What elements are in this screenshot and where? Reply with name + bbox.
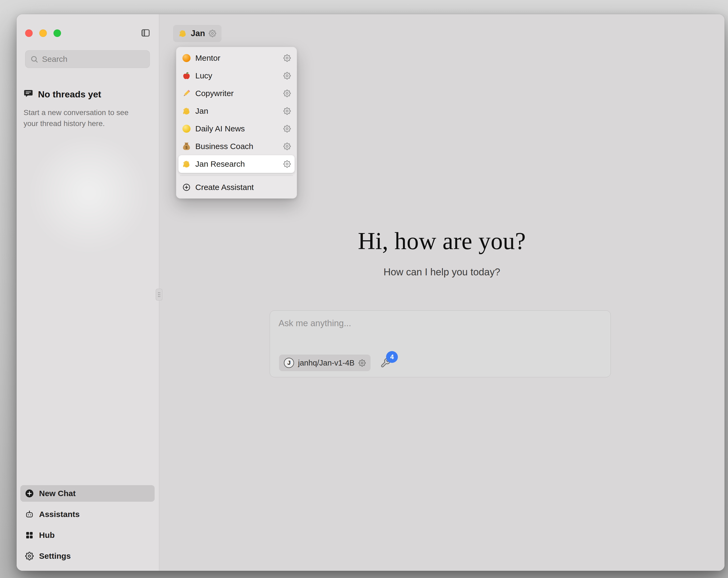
greeting-subtitle: How can I help you today? (159, 267, 725, 278)
pencil-emoji (182, 89, 191, 98)
sidebar-item-label: Assistants (39, 510, 80, 519)
menu-item-label: Jan (195, 106, 279, 116)
menu-item-label: Lucy (195, 71, 279, 80)
menu-item-label: Jan Research (195, 159, 279, 169)
chat-bubble-icon (24, 89, 33, 99)
empty-state-description: Start a new conversation to see your thr… (24, 107, 140, 129)
tools-button[interactable]: 4 (380, 357, 391, 369)
menu-item-copywriter[interactable]: Copywriter (179, 84, 294, 102)
menu-item-business-coach[interactable]: $ Business Coach (179, 137, 294, 155)
wave-hand-emoji (182, 160, 191, 168)
gear-icon[interactable] (283, 125, 291, 132)
close-window-button[interactable] (25, 29, 33, 37)
search-input[interactable] (42, 55, 145, 64)
menu-item-lucy[interactable]: Lucy (179, 67, 294, 84)
app-window: No threads yet Start a new conversation … (17, 14, 725, 571)
composer: J janhq/Jan-v1-4B 4 (270, 310, 611, 377)
gear-icon[interactable] (283, 90, 291, 97)
create-assistant-button[interactable]: Create Assistant (179, 178, 294, 196)
search-box[interactable] (25, 50, 150, 68)
assistant-selector[interactable]: Jan (173, 25, 222, 42)
model-settings-gear-icon[interactable] (359, 359, 366, 367)
sidebar: No threads yet Start a new conversation … (17, 14, 159, 571)
main-area: Jan Mentor Lucy (159, 14, 725, 571)
yellow-circle-emoji (182, 124, 191, 133)
sidebar-item-new-chat[interactable]: New Chat (20, 485, 155, 502)
menu-item-jan[interactable]: Jan (179, 102, 294, 120)
menu-item-label: Daily AI News (195, 124, 279, 133)
sidebar-item-label: New Chat (39, 489, 76, 498)
red-apple-emoji (182, 71, 191, 80)
gear-icon[interactable] (283, 143, 291, 150)
composer-toolbar: J janhq/Jan-v1-4B 4 (279, 355, 391, 371)
menu-item-label: Copywriter (195, 89, 279, 98)
model-name: janhq/Jan-v1-4B (298, 358, 355, 368)
greeting-title: Hi, how are you? (159, 227, 725, 255)
menu-item-jan-research[interactable]: Jan Research (179, 155, 294, 173)
zoom-window-button[interactable] (53, 29, 61, 37)
gear-icon[interactable] (283, 54, 291, 62)
sidebar-item-label: Settings (39, 552, 71, 561)
sidebar-item-settings[interactable]: Settings (20, 548, 155, 564)
sidebar-toggle-button[interactable] (140, 28, 151, 38)
assistant-selector-label: Jan (191, 29, 205, 38)
orange-circle-emoji (182, 54, 191, 62)
sidebar-panel-icon (141, 28, 150, 38)
menu-item-label: Mentor (195, 53, 279, 62)
gear-icon[interactable] (283, 107, 291, 115)
sidebar-item-hub[interactable]: Hub (20, 527, 155, 544)
message-input[interactable] (270, 311, 610, 342)
model-selector[interactable]: J janhq/Jan-v1-4B (279, 355, 370, 371)
gear-icon (25, 552, 34, 560)
wave-hand-emoji (182, 107, 191, 115)
greeting: Hi, how are you? How can I help you toda… (159, 227, 725, 278)
empty-state-title: No threads yet (38, 89, 101, 100)
background-glow (30, 140, 148, 258)
plus-circle-filled-icon (25, 489, 34, 498)
assistant-menu: Mentor Lucy (176, 47, 297, 199)
search-icon (30, 55, 38, 63)
sidebar-item-label: Hub (39, 531, 55, 540)
menu-item-label: Business Coach (195, 142, 279, 151)
sidebar-item-assistants[interactable]: Assistants (20, 506, 155, 523)
grip-dots-icon (157, 292, 161, 298)
gear-icon[interactable] (283, 160, 291, 168)
plus-circle-outline-icon (182, 183, 191, 192)
assistant-settings-gear-icon[interactable] (209, 30, 216, 37)
tools-count-badge: 4 (386, 351, 398, 363)
sidebar-resize-handle[interactable] (156, 289, 162, 301)
assistants-robot-icon (25, 510, 34, 519)
minimize-window-button[interactable] (39, 29, 47, 37)
create-assistant-label: Create Assistant (195, 183, 254, 192)
hub-grid-icon (25, 531, 34, 539)
money-bag-emoji: $ (182, 142, 191, 151)
wave-hand-icon (179, 29, 187, 38)
svg-text:$: $ (185, 145, 187, 150)
gear-icon[interactable] (283, 72, 291, 79)
menu-item-daily-ai-news[interactable]: Daily AI News (179, 120, 294, 137)
model-avatar: J (284, 358, 294, 368)
menu-item-mentor[interactable]: Mentor (179, 49, 294, 67)
